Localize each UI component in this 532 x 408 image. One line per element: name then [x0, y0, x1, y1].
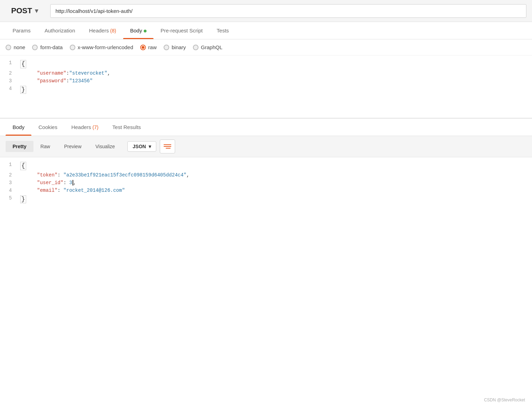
- tab-label-authorization: Authorization: [45, 28, 75, 33]
- resp-line-num-5: 5: [0, 195, 17, 201]
- tab-params[interactable]: Params: [6, 22, 38, 39]
- radio-raw[interactable]: raw: [140, 44, 157, 50]
- line-num-1: 1: [0, 60, 17, 66]
- resp-line-num-1: 1: [0, 162, 17, 167]
- line-content-2: "username":"steverocket",: [17, 70, 532, 76]
- resp-line-content-4: "email": "rocket_2014@126.com": [17, 188, 532, 193]
- resp-val-2: "a2e33be1f921eac15f3ecfc098159d6405dd24c…: [63, 172, 187, 178]
- tab-label-headers: Headers: [89, 28, 109, 33]
- resp-line-1: 1{: [0, 161, 532, 171]
- resp-tab-body[interactable]: Body: [6, 119, 31, 136]
- top-bar: POST ▾: [0, 0, 532, 22]
- tab-label-params: Params: [13, 28, 31, 33]
- resp-line-num-3: 3: [0, 180, 17, 186]
- resp-tab-cookies[interactable]: Cookies: [31, 119, 64, 136]
- view-option-pretty[interactable]: Pretty: [6, 141, 33, 152]
- radio-circle-form-data: [32, 45, 38, 50]
- radio-circle-x-www-form-urlencoded: [70, 45, 75, 50]
- line-num-4: 4: [0, 86, 17, 91]
- req-line-3: 3"password":"123456": [0, 77, 532, 85]
- line-num-2: 2: [0, 70, 17, 76]
- method-selector[interactable]: POST ▾: [6, 3, 47, 18]
- radio-label-binary: binary: [172, 44, 186, 50]
- view-option-preview[interactable]: Preview: [57, 141, 89, 152]
- format-chevron: ▾: [149, 144, 151, 149]
- req-val-3: "123456": [69, 78, 92, 84]
- req-key-3: "password": [37, 78, 66, 84]
- resp-key-3: "user_id": [37, 180, 63, 186]
- radio-graphql[interactable]: GraphQL: [193, 44, 223, 50]
- wrap-icon-line1: [164, 144, 171, 145]
- resp-brace-close: }: [20, 195, 26, 204]
- req-line-2: 2"username":"steverocket",: [0, 69, 532, 77]
- resp-line-content-5: }: [17, 195, 532, 204]
- wrap-button[interactable]: [160, 139, 175, 153]
- tab-badge-headers: (8): [109, 28, 116, 33]
- resp-val-4: "rocket_2014@126.com": [63, 188, 125, 193]
- radio-form-data[interactable]: form-data: [32, 44, 62, 50]
- body-type-row: noneform-datax-www-form-urlencodedrawbin…: [0, 39, 532, 55]
- req-val-2: "steverocket": [69, 70, 107, 76]
- brace-close: }: [20, 86, 26, 94]
- resp-line-content-3: "user_id": 3,: [17, 180, 532, 186]
- resp-key-4: "email": [37, 188, 58, 193]
- resp-tab-testresults[interactable]: Test Results: [105, 119, 148, 136]
- radio-x-www-form-urlencoded[interactable]: x-www-form-urlencoded: [70, 44, 133, 50]
- format-selector[interactable]: JSON ▾: [127, 141, 156, 152]
- resp-key-2: "token": [37, 172, 58, 178]
- radio-label-x-www-form-urlencoded: x-www-form-urlencoded: [78, 44, 133, 50]
- resp-tab-badge-headers: (7): [91, 124, 98, 130]
- method-chevron: ▾: [35, 7, 38, 15]
- request-tabs-row: ParamsAuthorizationHeaders (8)BodyPre-re…: [0, 22, 532, 39]
- request-body-editor: 1{2"username":"steverocket",3"password":…: [0, 55, 532, 118]
- format-label: JSON: [133, 144, 146, 149]
- line-num-3: 3: [0, 78, 17, 84]
- tab-authorization[interactable]: Authorization: [38, 22, 82, 39]
- line-content-4: }: [17, 86, 532, 94]
- url-input[interactable]: [50, 4, 526, 18]
- radio-label-form-data: form-data: [40, 44, 62, 50]
- view-options-row: PrettyRawPreviewVisualizeJSON ▾: [0, 136, 532, 157]
- tab-body[interactable]: Body: [123, 22, 153, 39]
- resp-tab-label-testresults: Test Results: [112, 124, 141, 130]
- resp-line-2: 2"token": "a2e33be1f921eac15f3ecfc098159…: [0, 171, 532, 179]
- radio-circle-none: [6, 45, 11, 50]
- resp-val-3: 3: [69, 180, 72, 186]
- tab-label-prerequest: Pre-request Script: [160, 28, 203, 33]
- view-options-group: PrettyRawPreviewVisualizeJSON ▾: [6, 139, 526, 153]
- resp-line-5: 5}: [0, 194, 532, 205]
- wrap-icon-line3: [166, 148, 171, 149]
- req-line-1: 1{: [0, 59, 532, 69]
- radio-binary[interactable]: binary: [164, 44, 186, 50]
- line-content-1: {: [17, 60, 532, 68]
- resp-line-4: 4"email": "rocket_2014@126.com": [0, 187, 532, 194]
- response-tabs-row: BodyCookiesHeaders (7)Test Results: [0, 119, 532, 136]
- resp-line-num-2: 2: [0, 172, 17, 178]
- tab-dot-body: [144, 30, 147, 32]
- response-body-editor: 1{2"token": "a2e33be1f921eac15f3ecfc0981…: [0, 157, 532, 234]
- tab-tests[interactable]: Tests: [210, 22, 236, 39]
- radio-none[interactable]: none: [6, 44, 25, 50]
- tab-prerequest[interactable]: Pre-request Script: [153, 22, 210, 39]
- radio-label-none: none: [14, 44, 25, 50]
- resp-brace-open: {: [20, 162, 26, 170]
- resp-line-3: 3"user_id": 3,: [0, 179, 532, 187]
- method-label: POST: [11, 6, 32, 15]
- resp-tab-label-cookies: Cookies: [38, 124, 57, 130]
- resp-tab-headers[interactable]: Headers (7): [64, 119, 105, 136]
- req-key-2: "username": [37, 70, 66, 76]
- resp-line-num-4: 4: [0, 188, 17, 193]
- resp-tab-label-body: Body: [13, 124, 24, 130]
- view-option-raw[interactable]: Raw: [33, 141, 57, 152]
- radio-label-graphql: GraphQL: [201, 44, 223, 50]
- wrap-icon-line2: [164, 146, 171, 147]
- line-content-3: "password":"123456": [17, 78, 532, 84]
- tab-label-tests: Tests: [217, 28, 229, 33]
- radio-circle-binary: [164, 45, 169, 50]
- radio-circle-graphql: [193, 45, 198, 50]
- resp-tab-label-headers: Headers: [71, 124, 91, 130]
- tab-headers[interactable]: Headers (8): [82, 22, 123, 39]
- req-line-4: 4}: [0, 85, 532, 95]
- resp-line-content-1: {: [17, 162, 532, 170]
- view-option-visualize[interactable]: Visualize: [89, 141, 122, 152]
